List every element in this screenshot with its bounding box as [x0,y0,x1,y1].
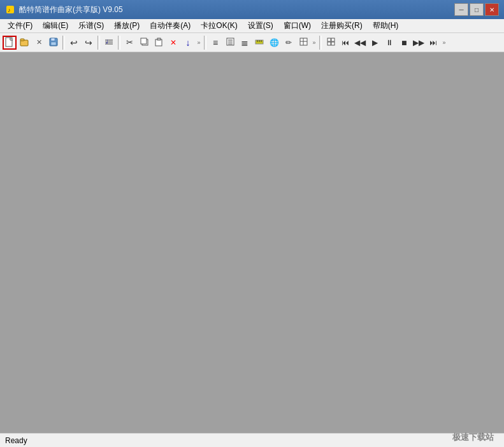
main-content-area [0,52,504,433]
cut-icon: ✂ [126,38,133,47]
open-icon [20,38,29,48]
pencil-icon: ✏ [285,38,292,47]
menu-settings[interactable]: 设置(S) [243,19,278,33]
close-file-button[interactable]: ✕ [32,36,46,50]
next-end-icon: ⏭ [429,38,437,47]
toolbar-expand-1[interactable]: » [196,36,202,50]
delete-button[interactable]: ✕ [166,36,180,50]
copy-icon [140,38,148,47]
svg-rect-31 [331,42,335,45]
save-button[interactable] [47,36,61,50]
separator-1 [62,36,65,50]
toolbar: ✕ ↩ ↪ ♩ ✂ [0,33,504,52]
status-text: Ready [5,436,27,445]
window-controls: ─ □ ✕ [454,3,499,16]
grid-button[interactable] [324,36,338,50]
menu-help[interactable]: 帮助(H) [368,19,404,33]
menu-auto[interactable]: 自动伴奏(A) [145,19,196,33]
menu-register[interactable]: 注册购买(R) [316,19,368,33]
svg-rect-8 [51,42,56,45]
paste-icon [155,38,163,48]
undo-button[interactable]: ↩ [67,36,81,50]
paragraph-icon [226,38,234,47]
paragraph-button[interactable] [223,36,237,50]
delete-icon: ✕ [170,38,176,47]
menu-karaoke[interactable]: 卡拉OK(K) [196,19,242,33]
open-button[interactable] [17,36,31,50]
align-icon: ≣ [241,38,248,48]
redo-icon: ↪ [85,38,92,48]
download-button[interactable]: ↓ [181,36,195,50]
prev-start-button[interactable]: ⏮ [338,36,352,50]
undo-icon: ↩ [70,38,78,48]
table-icon [299,38,308,47]
svg-rect-7 [51,38,55,41]
svg-text:♪: ♪ [8,7,11,13]
status-bar: Ready 极速下载站 [0,433,504,447]
svg-rect-29 [331,38,335,41]
next-icon: ▶▶ [413,38,424,47]
app-icon: ♪ [5,4,15,15]
svg-rect-16 [157,38,161,40]
separator-3 [118,36,120,50]
cut-button[interactable]: ✂ [122,36,136,50]
insert-staff-icon: ♩ [104,38,113,48]
svg-rect-5 [20,39,24,41]
menu-edit[interactable]: 编辑(E) [38,19,73,33]
menu-window[interactable]: 窗口(W) [278,19,316,33]
svg-rect-14 [141,38,147,44]
grid-icon [327,38,335,47]
download-icon: ↓ [186,38,191,48]
play-icon: ▶ [372,38,378,47]
lines-button[interactable]: ≡ [208,36,222,50]
lines-icon: ≡ [213,38,218,48]
save-icon [49,38,58,48]
insert-staff-button[interactable]: ♩ [102,36,116,50]
close-file-icon: ✕ [36,38,42,46]
next-button[interactable]: ▶▶ [412,36,426,50]
stop-button[interactable]: ⏹ [397,36,411,50]
globe-button[interactable]: 🌐 [267,36,281,50]
toolbar-expand-2[interactable]: » [311,36,317,50]
minimize-button[interactable]: ─ [454,3,468,16]
new-button[interactable] [3,36,17,50]
next-end-button[interactable]: ⏭ [426,36,440,50]
ruler-icon [255,39,264,46]
svg-rect-28 [328,38,331,41]
align-button[interactable]: ≣ [238,36,252,50]
toolbar-expand-3[interactable]: » [441,36,447,50]
menu-play[interactable]: 播放(P) [109,19,145,33]
close-button[interactable]: ✕ [485,3,499,16]
pause-button[interactable]: ⏸ [382,36,396,50]
pencil-button[interactable]: ✏ [282,36,296,50]
paste-button[interactable] [152,36,166,50]
globe-icon: 🌐 [270,38,279,47]
window-title: 酷特简谱作曲家(共享版) V9.05 [19,4,454,15]
stop-icon: ⏹ [401,39,408,46]
play-button[interactable]: ▶ [368,36,382,50]
separator-2 [97,36,100,50]
prev-start-icon: ⏮ [342,38,349,47]
prev-button[interactable]: ◀◀ [353,36,367,50]
new-icon [5,37,14,48]
separator-5 [319,36,322,50]
menu-score[interactable]: 乐谱(S) [73,19,109,33]
copy-button[interactable] [137,36,151,50]
svg-text:♩: ♩ [106,39,108,45]
menu-file[interactable]: 文件(F) [3,19,38,33]
prev-icon: ◀◀ [354,38,366,47]
pause-icon: ⏸ [385,38,393,47]
menu-bar: 文件(F) 编辑(E) 乐谱(S) 播放(P) 自动伴奏(A) 卡拉OK(K) … [0,19,504,33]
maximize-button[interactable]: □ [470,3,484,16]
svg-rect-30 [328,42,331,45]
title-bar: ♪ 酷特简谱作曲家(共享版) V9.05 ─ □ ✕ [0,0,504,19]
ruler-button[interactable] [252,36,266,50]
separator-4 [204,36,206,50]
table-button[interactable] [296,36,310,50]
redo-button[interactable]: ↪ [82,36,96,50]
